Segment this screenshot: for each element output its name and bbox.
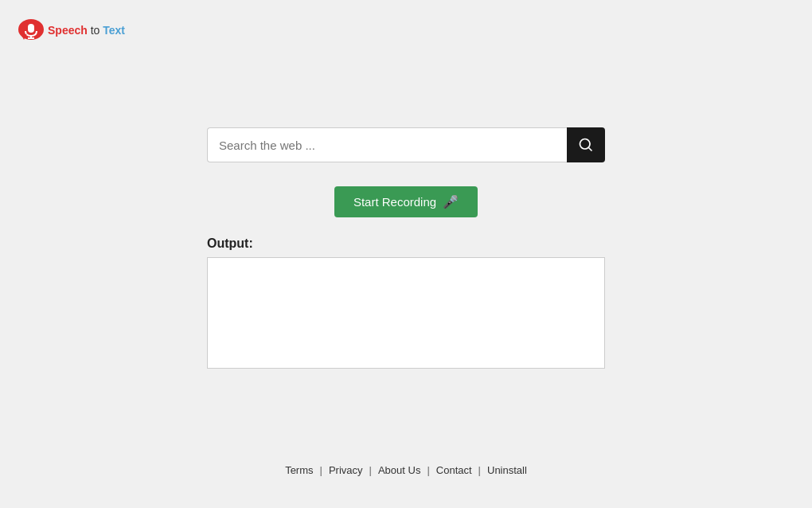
footer-sep-4: | [478,464,481,476]
logo-icon [16,16,45,45]
footer-sep-1: | [320,464,322,476]
output-section: Output: [207,236,605,372]
footer-sep-3: | [427,464,429,476]
microphone-icon: 🎤 [443,194,459,209]
svg-rect-1 [28,24,34,33]
footer-about[interactable]: About Us [378,464,420,476]
output-textarea[interactable] [207,257,605,369]
record-button-label: Start Recording [353,195,436,209]
search-icon [578,137,594,153]
footer-privacy[interactable]: Privacy [329,464,363,476]
logo-text: Speech to Text [45,24,125,37]
logo-text-word: Text [103,24,125,37]
footer-uninstall[interactable]: Uninstall [487,464,527,476]
logo-to: to [88,24,103,37]
header: Speech to Text [16,16,125,45]
search-container [207,127,605,162]
footer: Terms | Privacy | About Us | Contact | U… [0,464,812,476]
footer-sep-2: | [369,464,372,476]
footer-contact[interactable]: Contact [436,464,472,476]
output-label: Output: [207,236,605,251]
start-recording-button[interactable]: Start Recording 🎤 [334,186,478,217]
logo-speech: Speech [48,24,88,37]
main-content: Start Recording 🎤 Output: [0,0,812,372]
footer-terms[interactable]: Terms [285,464,313,476]
search-input[interactable] [207,127,567,162]
search-button[interactable] [567,127,605,162]
